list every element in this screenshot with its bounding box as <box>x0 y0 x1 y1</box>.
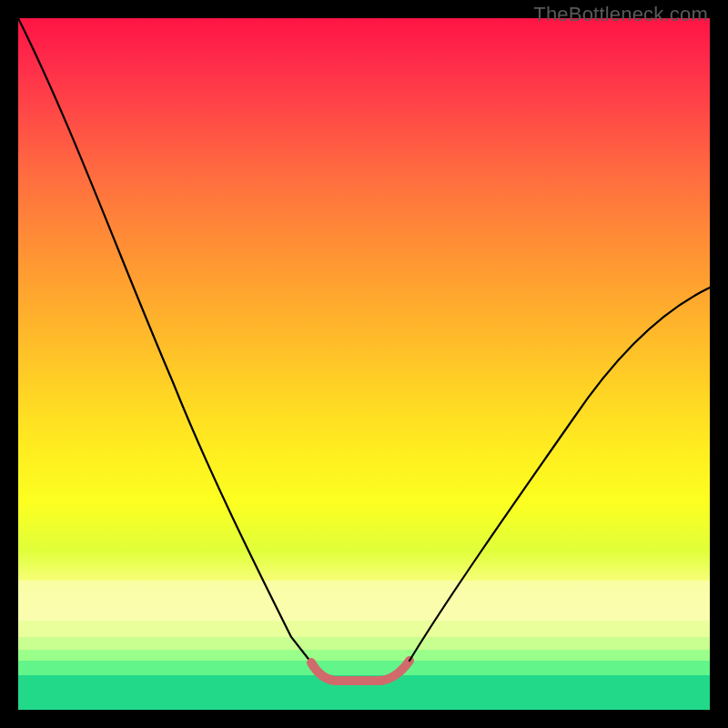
bottleneck-curve <box>18 18 710 710</box>
curve-flat-segment <box>311 661 410 681</box>
curve-left <box>18 18 311 662</box>
watermark-text: TheBottleneck.com <box>533 3 708 26</box>
curve-right <box>410 288 710 661</box>
chart-frame: TheBottleneck.com <box>0 0 728 728</box>
plot-area <box>18 18 710 710</box>
